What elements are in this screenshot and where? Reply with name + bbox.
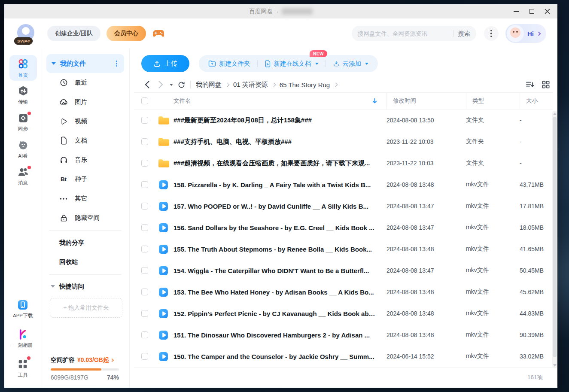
back-button[interactable]	[141, 79, 152, 90]
row-checkbox[interactable]	[141, 310, 148, 317]
table-row[interactable]: 151. The Dinosaur Who Discovered Hamburg…	[134, 324, 553, 346]
file-name[interactable]: ###超清视频，在线观看会压缩画质，如果要画质好，请下载下来观...	[173, 159, 386, 167]
row-checkbox[interactable]	[141, 331, 148, 338]
row-checkbox[interactable]	[141, 267, 148, 274]
nav-quick-access[interactable]: 快捷访问	[46, 277, 124, 295]
breadcrumb-item[interactable]: 65 The Story Rug	[280, 81, 330, 88]
rail-item-ai-view[interactable]: AI看	[9, 136, 37, 162]
file-name[interactable]: 155. The Truth About Stepmoms - by Renee…	[173, 246, 386, 253]
row-checkbox[interactable]	[141, 224, 148, 231]
nav-item-my-shares[interactable]: 我的分享	[46, 233, 124, 252]
upload-button[interactable]: 上传	[141, 55, 189, 72]
nav-item-pictures[interactable]: 图片	[46, 92, 124, 112]
table-row[interactable]: ###支持手机、电脑、电视、平板播放### 2023-11-22 10:03 文…	[134, 131, 553, 152]
rail-item-home[interactable]: 首页	[9, 55, 37, 81]
search-button[interactable]: 搜索	[458, 30, 470, 38]
search-input[interactable]	[358, 30, 449, 37]
column-header-modified[interactable]: 修改时间	[393, 97, 416, 105]
account-avatar[interactable]: SVIP4	[17, 24, 36, 43]
row-checkbox[interactable]	[141, 246, 148, 252]
scrollbar[interactable]	[552, 111, 557, 368]
scrollbar-thumb[interactable]	[553, 117, 557, 357]
nav-item-music[interactable]: 音乐	[46, 150, 124, 170]
nav-item-other[interactable]: 其它	[46, 189, 124, 208]
table-row[interactable]: 158. Pizzarella - by K. Darling _ A Fair…	[134, 174, 553, 195]
file-name[interactable]: 158. Pizzarella - by K. Darling _ A Fair…	[173, 181, 386, 188]
nav-item-recent[interactable]: 最近	[46, 73, 124, 92]
nav-item-label: 音乐	[75, 156, 87, 164]
cloud-add-button[interactable]: 云添加	[331, 60, 371, 68]
row-checkbox[interactable]	[141, 117, 148, 124]
row-checkbox[interactable]	[141, 181, 148, 188]
file-modified: 2023-11-22 10:03	[386, 160, 466, 167]
storage-expand-link[interactable]: 空间扩容 ¥0.03/GB起	[51, 356, 119, 364]
table-row[interactable]: 154. Wiggla - The Caterpillar Who DIDN'T…	[134, 260, 553, 281]
games-button[interactable]	[153, 29, 164, 38]
table-row[interactable]: 156. Sand Dollars by the Seashore - by E…	[134, 217, 553, 238]
new-online-doc-button[interactable]: 新建在线文档	[263, 60, 320, 68]
nav-item-documents[interactable]: 文档	[46, 131, 124, 150]
sort-desc-icon[interactable]	[372, 98, 377, 104]
table-row[interactable]: ###最新更新至2024年08月08日，总计158集### 2024-08-08…	[134, 109, 553, 131]
file-name[interactable]: 157. Who POOPED or W..! - by David Cunli…	[173, 203, 386, 210]
table-row[interactable]: 150. The Camper and the Counselor - by J…	[134, 346, 553, 367]
window-title: 百度网盘 ·	[4, 4, 557, 18]
close-button[interactable]	[539, 4, 555, 18]
refresh-button[interactable]	[176, 79, 187, 90]
breadcrumb-item[interactable]: 01 英语资源	[233, 81, 268, 89]
row-checkbox[interactable]	[141, 138, 148, 145]
file-name[interactable]: 152. Pippin's Perfect Picnic - by CJ Kav…	[173, 310, 386, 317]
more-menu-button[interactable]	[484, 26, 499, 41]
file-name[interactable]: 151. The Dinosaur Who Discovered Hamburg…	[173, 331, 386, 339]
grid-view-button[interactable]	[542, 81, 550, 88]
member-center-button[interactable]: 会员中心	[106, 26, 146, 41]
row-checkbox[interactable]	[141, 289, 148, 295]
rail-item-messages[interactable]: 消息	[9, 163, 37, 189]
file-name[interactable]: 156. Sand Dollars by the Seashore - by E…	[173, 224, 386, 231]
maximize-button[interactable]	[524, 4, 539, 18]
table-row[interactable]: 152. Pippin's Perfect Picnic - by CJ Kav…	[134, 303, 553, 324]
scroll-up-arrow[interactable]	[553, 112, 557, 115]
nav-item-recycle-bin[interactable]: 回收站	[46, 252, 124, 272]
file-name[interactable]: 153. The Bee Who Hated Honey - by Adisan…	[173, 289, 386, 296]
column-header-type[interactable]: 类型	[472, 97, 484, 105]
dot	[490, 36, 492, 37]
video-file-icon	[158, 179, 173, 190]
table-row[interactable]: 153. The Bee Who Hated Honey - by Adisan…	[134, 281, 553, 303]
row-checkbox[interactable]	[141, 353, 148, 360]
rail-item-app-download[interactable]: APP下载	[9, 295, 37, 323]
file-name[interactable]: ###支持手机、电脑、电视、平板播放###	[173, 138, 386, 146]
new-folder-button[interactable]: 新建文件夹	[207, 60, 252, 68]
column-header-size[interactable]: 大小	[526, 97, 538, 105]
file-name[interactable]: 154. Wiggla - The Caterpillar Who DIDN'T…	[173, 267, 386, 274]
my-files-more-button[interactable]	[114, 59, 119, 68]
search-bar[interactable]: 搜索	[352, 26, 476, 41]
user-profile-button[interactable]: Hi	[505, 24, 546, 43]
table-row[interactable]: 157. Who POOPED or W..! - by David Cunli…	[134, 195, 553, 217]
drop-folder-target[interactable]: + 拖入常用文件夹	[50, 298, 122, 318]
file-name[interactable]: 150. The Camper and the Counselor - by J…	[173, 353, 386, 360]
nav-item-torrents[interactable]: Bt 种子	[46, 170, 124, 189]
breadcrumb-item[interactable]: 我的网盘	[196, 81, 222, 89]
file-name[interactable]: ###最新更新至2024年08月08日，总计158集###	[173, 116, 386, 125]
rail-item-photo-album[interactable]: 一刻相册	[9, 324, 37, 352]
nav-item-hidden-space[interactable]: 隐藏空间	[46, 208, 124, 228]
row-checkbox[interactable]	[141, 203, 148, 210]
create-team-button[interactable]: 创建企业/团队	[47, 26, 100, 41]
forward-button[interactable]	[155, 79, 166, 90]
column-header-name[interactable]: 文件名	[173, 97, 191, 105]
table-row[interactable]: 155. The Truth About Stepmoms - by Renee…	[134, 238, 553, 260]
history-dropdown-icon[interactable]	[170, 84, 173, 86]
minimize-button[interactable]	[508, 4, 524, 18]
nav-item-videos[interactable]: 视频	[46, 112, 124, 131]
rail-item-sync[interactable]: 同步	[9, 109, 37, 135]
nav-my-files[interactable]: 我的文件	[46, 54, 124, 73]
row-checkbox[interactable]	[141, 160, 148, 167]
rail-item-tools[interactable]: 工具	[9, 354, 37, 382]
title-bar[interactable]: 百度网盘 ·	[4, 4, 557, 18]
table-row[interactable]: ###超清视频，在线观看会压缩画质，如果要画质好，请下载下来观... 2023-…	[134, 152, 553, 174]
sort-list-view-button[interactable]	[526, 81, 534, 88]
rail-item-transfer[interactable]: 传输	[9, 82, 37, 108]
scroll-down-arrow[interactable]	[553, 364, 557, 367]
select-all-checkbox[interactable]	[141, 97, 148, 104]
